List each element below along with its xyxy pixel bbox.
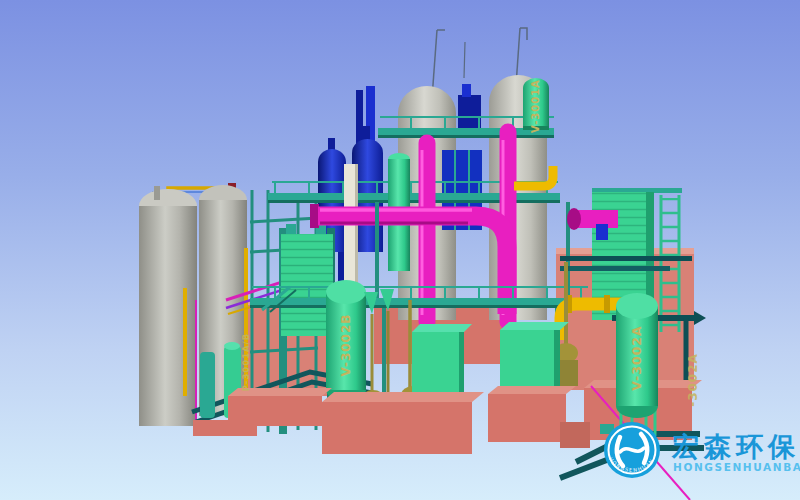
tag-v3002a: V-3002A [629, 325, 644, 390]
logo-name-en: HONGSENHUANBAO [673, 461, 800, 473]
plant-3d-render: V-3001A [0, 0, 800, 500]
tag-v3001a: V-3001A [530, 79, 541, 133]
tag-ghost-3002a: -3002A [686, 353, 700, 407]
plant-scene-svg: V-3001A [0, 0, 800, 500]
tank-left [139, 206, 197, 426]
ladder-right [661, 195, 679, 332]
tag-pump-3001ab: P-3001A/B [241, 333, 251, 391]
logo-name-zh: 宏森环保 [671, 431, 800, 462]
drum-v3001a: V-3001A [523, 78, 549, 133]
tag-v3002b: V-3002B [339, 314, 353, 377]
